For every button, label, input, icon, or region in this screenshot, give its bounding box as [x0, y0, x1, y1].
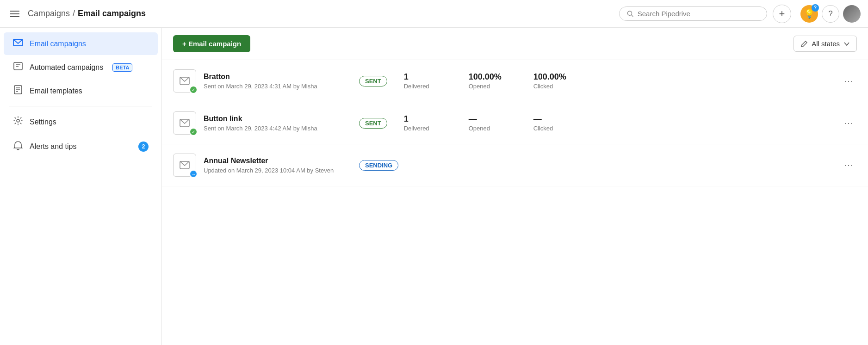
campaign-name[interactable]: Button link — [204, 115, 352, 123]
more-options-button[interactable]: ⋯ — [840, 73, 857, 89]
campaign-meta: Sent on March 29, 2023 4:42 AM by Misha — [204, 125, 352, 132]
sidebar-item-label-settings: Settings — [30, 118, 56, 126]
campaign-stats-bratton: 1 Delivered 100.00% Opened 100.00% Click… — [404, 72, 570, 90]
search-bar[interactable] — [619, 6, 767, 21]
sent-dot: ✓ — [189, 86, 198, 94]
add-button[interactable]: + — [773, 5, 791, 23]
opened-stat: 100.00% Opened — [469, 72, 506, 90]
campaign-stats-button-link: 1 Delivered — Opened — Clicked — [404, 114, 570, 132]
avatar[interactable] — [843, 5, 861, 23]
campaign-meta: Sent on March 29, 2023 4:31 AM by Misha — [204, 83, 352, 90]
sidebar-item-automated-campaigns[interactable]: Automated campaigns BETA — [4, 56, 158, 79]
table-row: ✓ Bratton Sent on March 29, 2023 4:31 AM… — [162, 60, 868, 102]
sidebar-item-label-automated-campaigns: Automated campaigns — [30, 63, 103, 72]
delivered-value: 1 — [404, 72, 441, 82]
campaign-info-annual-newsletter: Annual Newsletter Updated on March 29, 2… — [204, 157, 352, 174]
sidebar-item-label-email-campaigns: Email campaigns — [30, 40, 86, 48]
opened-label: Opened — [469, 83, 506, 90]
table-row: → Annual Newsletter Updated on March 29,… — [162, 144, 868, 186]
menu-icon[interactable] — [7, 8, 22, 20]
states-filter[interactable]: All states — [794, 36, 857, 52]
more-options-button[interactable]: ⋯ — [840, 115, 857, 131]
settings-icon — [13, 116, 23, 128]
add-campaign-label: + Email campaign — [182, 40, 241, 48]
table-row: ✓ Button link Sent on March 29, 2023 4:4… — [162, 102, 868, 144]
main-header: + Email campaign All states — [162, 28, 868, 60]
status-badge: SENT — [359, 118, 387, 129]
sidebar-item-alerts-and-tips[interactable]: Alerts and tips 2 — [4, 135, 158, 158]
status-badge: SENDING — [359, 160, 398, 171]
campaign-icon-bratton: ✓ — [173, 69, 196, 92]
delivered-stat: 1 Delivered — [404, 114, 441, 132]
automated-campaigns-icon — [13, 62, 23, 73]
layout: Email campaigns Automated campaigns BETA… — [0, 28, 868, 345]
beta-badge: BETA — [112, 63, 132, 72]
alerts-count-badge: 2 — [138, 142, 149, 152]
opened-value: — — [469, 114, 506, 124]
topbar: Campaigns / Email campaigns + 💡 ? ? — [0, 0, 868, 28]
breadcrumb: Campaigns / Email campaigns — [28, 9, 146, 18]
search-input[interactable] — [638, 10, 759, 18]
sent-dot: ✓ — [189, 128, 198, 136]
delivered-stat: 1 Delivered — [404, 72, 441, 90]
states-filter-label: All states — [812, 40, 840, 48]
breadcrumb-current: Email campaigns — [78, 9, 146, 18]
chevron-down-icon — [843, 41, 850, 47]
email-templates-icon — [13, 85, 23, 97]
sidebar-item-label-email-templates: Email templates — [30, 87, 82, 95]
sidebar-item-settings[interactable]: Settings — [4, 110, 158, 134]
campaign-name[interactable]: Annual Newsletter — [204, 157, 352, 165]
delivered-label: Delivered — [404, 125, 441, 132]
topbar-icons: 💡 ? ? — [800, 5, 861, 23]
clicked-label: Clicked — [533, 125, 570, 132]
more-options-button[interactable]: ⋯ — [840, 157, 857, 173]
sending-dot: → — [189, 170, 198, 178]
status-badge: SENT — [359, 76, 387, 86]
main-content: + Email campaign All states ✓ Bratton Se… — [162, 28, 868, 345]
svg-point-10 — [17, 119, 19, 122]
sidebar-item-email-campaigns[interactable]: Email campaigns — [4, 32, 158, 55]
alerts-icon — [13, 140, 23, 153]
campaign-icon-annual-newsletter: → — [173, 154, 196, 177]
sidebar-item-label-alerts-and-tips: Alerts and tips — [30, 142, 76, 151]
campaign-name[interactable]: Bratton — [204, 73, 352, 81]
search-icon — [627, 10, 634, 18]
clicked-stat: 100.00% Clicked — [533, 72, 570, 90]
clicked-value: 100.00% — [533, 72, 570, 82]
clicked-value: — — [533, 114, 570, 124]
email-campaigns-icon — [13, 38, 23, 49]
delivered-label: Delivered — [404, 83, 441, 90]
svg-line-1 — [632, 15, 633, 16]
pencil-icon — [800, 40, 808, 48]
opened-label: Opened — [469, 125, 506, 132]
campaign-info-button-link: Button link Sent on March 29, 2023 4:42 … — [204, 115, 352, 132]
help-icon[interactable]: ? — [822, 5, 839, 23]
bulb-badge: ? — [812, 4, 819, 12]
breadcrumb-parent[interactable]: Campaigns — [28, 9, 70, 18]
delivered-value: 1 — [404, 114, 441, 124]
campaign-info-bratton: Bratton Sent on March 29, 2023 4:31 AM b… — [204, 73, 352, 90]
add-campaign-button[interactable]: + Email campaign — [173, 35, 250, 52]
campaign-icon-button-link: ✓ — [173, 111, 196, 135]
sidebar-item-email-templates[interactable]: Email templates — [4, 80, 158, 102]
sidebar: Email campaigns Automated campaigns BETA… — [0, 28, 162, 345]
opened-value: 100.00% — [469, 72, 506, 82]
breadcrumb-sep: / — [73, 9, 75, 18]
opened-stat: — Opened — [469, 114, 506, 132]
bulb-icon[interactable]: 💡 ? — [800, 5, 818, 23]
sidebar-divider — [9, 106, 152, 106]
campaign-list: ✓ Bratton Sent on March 29, 2023 4:31 AM… — [162, 60, 868, 186]
clicked-stat: — Clicked — [533, 114, 570, 132]
clicked-label: Clicked — [533, 83, 570, 90]
campaign-meta: Updated on March 29, 2023 10:04 AM by St… — [204, 167, 352, 174]
svg-rect-3 — [14, 62, 22, 70]
